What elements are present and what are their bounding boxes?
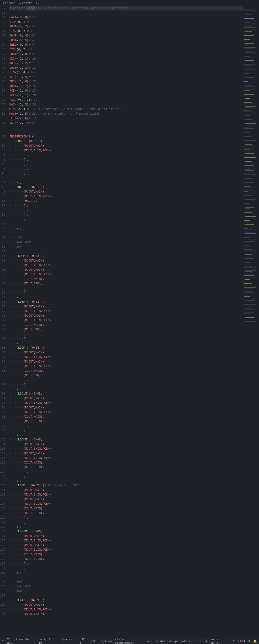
plug-icon[interactable]: 🔌	[204, 640, 208, 643]
programmer-status[interactable]: <Select Programmer>	[115, 638, 144, 644]
breadcrumb[interactable]: eeproms › ⬘ control.py	[0, 0, 259, 6]
source-control-icon[interactable]: ⑂	[2, 640, 4, 643]
port-status[interactable]: COM4	[238, 640, 245, 643]
language-status[interactable]: Python	[101, 640, 112, 643]
breadcrumb-sep-icon: ›	[16, 1, 18, 5]
editor[interactable]: 9101112131415161718192021222324252627282…	[0, 6, 259, 638]
cursor-position[interactable]: Ln 9, Col 16	[39, 638, 59, 644]
indent-status[interactable]: Spaces: 4	[62, 638, 77, 644]
python-file-icon: ⬘	[19, 1, 21, 5]
breadcrumb-folder[interactable]: eeproms	[3, 1, 15, 5]
line-gutter[interactable]: 9101112131415161718192021222324252627282…	[0, 6, 7, 638]
statusbar: ⑂ You, 9 months ago Ln 9, Col 16 Spaces:…	[0, 638, 259, 644]
minimap[interactable]	[243, 6, 259, 638]
feedback-icon[interactable]: ☻	[248, 640, 250, 643]
encoding-status[interactable]: UTF-8	[80, 638, 88, 644]
code-area[interactable]: # Control Lines You, 9 months ago • Refa…	[7, 6, 243, 638]
board-status[interactable]: Arduino Nano	[211, 638, 230, 644]
eol-status[interactable]: CRLF	[91, 640, 98, 643]
sync-icon[interactable]: ⟳	[233, 640, 235, 643]
bell-icon[interactable]: 🔔	[253, 640, 257, 643]
breadcrumb-file[interactable]: control.py	[22, 1, 39, 5]
blame-status[interactable]: You, 9 months ago	[7, 638, 35, 644]
sketch-status[interactable]: arduino\bootstrap\bootstrap.ino	[147, 640, 201, 643]
